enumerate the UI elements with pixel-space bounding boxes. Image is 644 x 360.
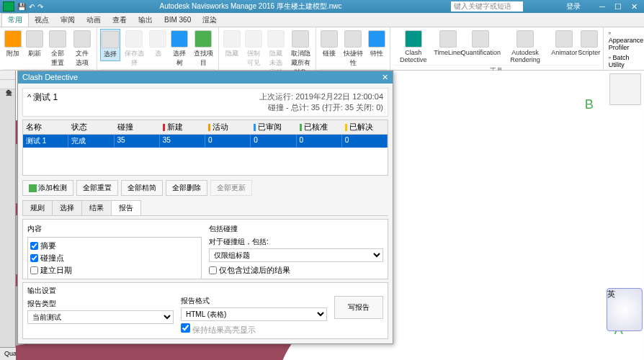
app-logo (3, 1, 14, 12)
ribbon-btn-1-1: 保存选择 (122, 29, 146, 69)
table-row[interactable]: 测试 1完成35350000 (23, 135, 388, 148)
viewcube[interactable] (609, 73, 641, 105)
ribbon-tab-4[interactable]: 查看 (107, 14, 133, 27)
content-checklist: 摘要碰撞点建立日期已分配给核准日期核准者层名称项目路径项目 ID (27, 237, 202, 279)
minimize-button[interactable]: ─ (595, 2, 609, 12)
subtab-2[interactable]: 结果 (81, 200, 112, 215)
login-link[interactable]: 登录 (566, 1, 581, 12)
qat-undo-icon[interactable]: ↶ (29, 3, 35, 11)
ribbon-btn-3-1[interactable]: 快捷特性 (341, 29, 365, 69)
checkbox[interactable] (30, 254, 38, 262)
ribbon-btn-2-0: 隐藏 (222, 29, 242, 60)
column-header[interactable]: 碰撞 (115, 120, 160, 134)
report-type-select[interactable]: 当前测试 (27, 310, 174, 324)
ribbon-btn-3-0[interactable]: 链接 (319, 29, 339, 60)
checkbox[interactable] (30, 279, 38, 279)
clash-summary: 碰撞 - 总计: 35 (打开: 35 关闭: 0) (259, 102, 383, 113)
ribbon-btn-4-4[interactable]: Animator (552, 29, 576, 58)
ribbon-tool[interactable]: ▫ Appearance Profiler (607, 29, 644, 52)
ribbon-btn-1-4[interactable]: 查找项目 (191, 29, 215, 69)
ribbon-btn-4-5[interactable]: Scripter (578, 29, 599, 58)
window-title: Autodesk Navisworks Manage 2016 厚生楼土建模型.… (50, 1, 451, 12)
ribbon-tab-7[interactable]: 渲染 (197, 14, 223, 27)
title-bar: 💾 ↶ ↷ Autodesk Navisworks Manage 2016 厚生… (0, 0, 644, 13)
clash-panel-title: Clash Detective (22, 73, 78, 82)
column-header[interactable]: 已解决 (342, 120, 388, 134)
filter-checkbox[interactable] (209, 266, 217, 274)
qat-redo-icon[interactable]: ↷ (37, 3, 43, 11)
subtab-1[interactable]: 选择 (52, 200, 82, 215)
ribbon-btn-3-2[interactable]: 特性 (367, 29, 387, 60)
checkbox[interactable] (30, 266, 38, 274)
left-dock: 选择树 集合 (0, 71, 16, 347)
action-btn-3[interactable]: 全部删除 (166, 180, 207, 196)
dock-tab-sets[interactable]: 集合 (0, 80, 15, 89)
ribbon-btn-1-0[interactable]: 选择 (100, 29, 120, 61)
ribbon-tab-2[interactable]: 审阅 (55, 14, 81, 27)
ribbon-tab-1[interactable]: 视点 (29, 14, 55, 27)
quick-access-toolbar: 💾 ↶ ↷ (17, 3, 43, 11)
ribbon-btn-0-2[interactable]: 全部重置 (46, 29, 69, 69)
checkbox[interactable] (30, 242, 38, 250)
test-name: 测试 1 (33, 92, 58, 102)
action-btn-0[interactable]: 添加检测 (22, 180, 73, 196)
column-header[interactable]: 已核准 (297, 120, 342, 134)
ribbon-btn-4-2[interactable]: Quantification (463, 29, 498, 58)
dock-tab-selection-tree[interactable]: 选择树 (0, 71, 15, 80)
ribbon-btn-0-0[interactable]: 附加 (3, 29, 23, 60)
column-header[interactable]: 状态 (68, 120, 114, 134)
workspace: 选择树 集合 B A Clash Detective ✕ (0, 71, 644, 347)
ribbon-tabs: 常用视点审阅动画查看输出BIM 360渲染 (0, 13, 644, 27)
qat-save-icon[interactable]: 💾 (17, 3, 26, 11)
ribbon-btn-1-2: 选 (148, 29, 168, 60)
column-header[interactable]: 名称 (23, 120, 68, 134)
ribbon: 附加刷新全部重置文件选项项目 ▾选择保存选择选选择树查找项目选择和搜索 ▾隐藏强… (0, 27, 644, 71)
ribbon-tab-3[interactable]: 动画 (81, 14, 107, 27)
subtab-0[interactable]: 规则 (22, 200, 53, 215)
clash-detective-panel: Clash Detective ✕ ^ 测试 1 上次运行: 2019年2月22… (17, 71, 393, 344)
report-format-select[interactable]: HTML (表格) (181, 307, 327, 321)
ribbon-btn-4-1[interactable]: TimeLiner (435, 29, 462, 58)
write-report-button[interactable]: 写报告 (334, 296, 383, 319)
ribbon-tab-6[interactable]: BIM 360 (158, 14, 197, 25)
ribbon-btn-0-1[interactable]: 刷新 (24, 29, 45, 60)
clash-panel-close-icon[interactable]: ✕ (382, 73, 388, 82)
ribbon-btn-4-0[interactable]: Clash Detective (393, 29, 434, 65)
column-header[interactable]: 已审阅 (251, 120, 296, 134)
ribbon-tab-0[interactable]: 常用 (1, 13, 29, 27)
last-run-time: 2019年2月22日 12:00:04 (295, 92, 383, 101)
desktop-pet[interactable]: 英 (607, 288, 643, 331)
tests-table: 名称状态碰撞新建活动已审阅已核准已解决 测试 1完成35350000 (22, 120, 388, 176)
ribbon-tool[interactable]: ▫ Batch Utility (607, 53, 644, 69)
help-search[interactable]: 键入关键字或短语 (451, 1, 523, 12)
ribbon-btn-1-3[interactable]: 选择树 (169, 29, 189, 69)
column-header[interactable]: 活动 (205, 120, 251, 134)
action-btn-2[interactable]: 全部精简 (121, 180, 163, 196)
group-select[interactable]: 仅限组标题 (209, 248, 383, 262)
column-header[interactable]: 新建 (160, 120, 205, 134)
maximize-button[interactable]: ☐ (611, 2, 625, 12)
ribbon-btn-4-3[interactable]: Autodesk Rendering (500, 29, 550, 65)
ribbon-tab-5[interactable]: 输出 (133, 14, 158, 27)
action-btn-4: 全部更新 (210, 180, 252, 196)
ribbon-btn-0-3[interactable]: 文件选项 (71, 29, 94, 69)
svg-text:B: B (585, 97, 594, 112)
close-button[interactable]: ✕ (627, 2, 641, 12)
action-btn-1[interactable]: 全部重置 (76, 180, 118, 196)
subtab-3[interactable]: 报告 (111, 200, 141, 215)
ribbon-btn-2-1: 强制可见 (243, 29, 264, 69)
